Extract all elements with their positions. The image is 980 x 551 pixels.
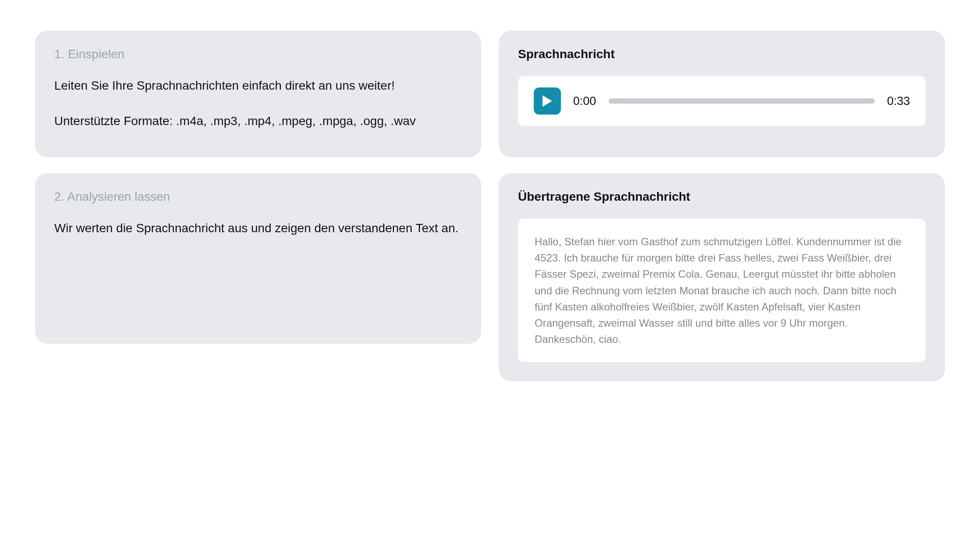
step-1-card: 1. Einspielen Leiten Sie Ihre Sprachnach… [35,31,481,157]
step-1-number: 1. [54,47,64,61]
play-button[interactable] [534,87,561,115]
transcript-text: Hallo, Stefan hier vom Gasthof zum schmu… [535,234,909,347]
transcript-panel: Hallo, Stefan hier vom Gasthof zum schmu… [518,219,926,362]
step-1-body: Leiten Sie Ihre Sprachnachrichten einfac… [54,77,462,130]
step-2-label: 2. Analysieren lassen [54,190,462,204]
step-2-body-line1: Wir werten die Sprachnachricht aus und z… [54,220,462,237]
audio-card: Sprachnachricht 0:00 0:33 [499,31,945,157]
step-1-title: Einspielen [68,47,124,61]
step-1-body-line1: Leiten Sie Ihre Sprachnachrichten einfac… [54,77,462,95]
audio-progress-bar[interactable] [609,98,875,104]
step-2-number: 2. [54,190,64,203]
audio-player: 0:00 0:33 [518,76,926,126]
step-1-body-line2: Unterstützte Formate: .m4a, .mp3, .mp4, … [54,112,462,130]
audio-duration: 0:33 [887,94,910,108]
audio-current-time: 0:00 [573,94,596,108]
step-1-label: 1. Einspielen [54,47,462,61]
play-icon [542,95,552,107]
step-2-title: Analysieren lassen [67,190,170,203]
audio-card-title: Sprachnachricht [518,47,926,61]
transcript-card: Übertragene Sprachnachricht Hallo, Stefa… [499,173,945,381]
svg-marker-0 [542,95,552,107]
step-2-body: Wir werten die Sprachnachricht aus und z… [54,220,462,237]
transcript-card-title: Übertragene Sprachnachricht [518,190,926,204]
step-2-card: 2. Analysieren lassen Wir werten die Spr… [35,173,481,344]
